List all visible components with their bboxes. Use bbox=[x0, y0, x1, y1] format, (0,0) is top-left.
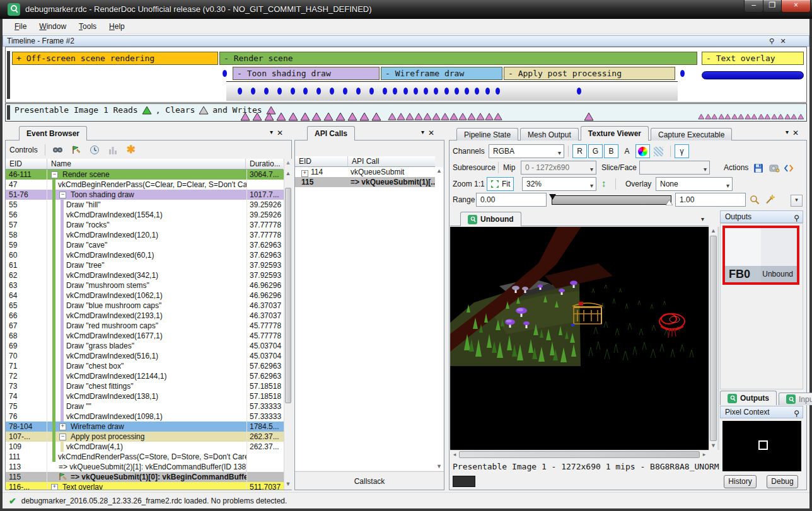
event-row-73[interactable]: 73Draw "chest fittings"57.18518 bbox=[6, 381, 284, 391]
range-slider-bar[interactable] bbox=[552, 195, 671, 205]
texture-display[interactable] bbox=[450, 227, 709, 450]
event-row-113[interactable]: 113=> vkQueueSubmit(2)[1]: vkEndCommandB… bbox=[6, 462, 284, 472]
event-dot[interactable] bbox=[330, 88, 334, 95]
event-dot[interactable] bbox=[475, 88, 479, 95]
event-dot[interactable] bbox=[577, 88, 581, 95]
event-row-74[interactable]: 74vkCmdDrawIndexed(138,1)57.18518 bbox=[6, 391, 284, 401]
menu-window[interactable]: Window bbox=[33, 20, 72, 33]
event-row-47[interactable]: 47vkCmdBeginRenderPass(C=Clear, D=Clear,… bbox=[6, 180, 284, 190]
event-row-70[interactable]: 70vkCmdDrawIndexed(516,1)45.03704 bbox=[6, 351, 284, 361]
scrollbar-thumb[interactable] bbox=[710, 236, 717, 441]
event-row-115[interactable]: 115=> vkQueueSubmit(1)[0]: vkBeginComman… bbox=[6, 472, 284, 482]
expand-icon[interactable]: + bbox=[51, 484, 58, 490]
event-row-67[interactable]: 67Draw "red mushroom caps"45.77778 bbox=[6, 321, 284, 331]
range-white-handle[interactable] bbox=[666, 200, 673, 205]
tab-texture-viewer[interactable]: Texture Viewer bbox=[581, 126, 649, 141]
api-calls-menu-icon[interactable]: ▾ bbox=[421, 129, 424, 137]
timeline-bar-wireframe-draw[interactable]: - Wireframe draw bbox=[381, 67, 502, 80]
splitter[interactable] bbox=[717, 227, 719, 450]
event-row-63[interactable]: 63Draw "mushroom stems"46.96296 bbox=[6, 280, 284, 290]
event-row-57[interactable]: 57Draw "rocks"37.77778 bbox=[6, 220, 284, 230]
api-calls-scrollbar[interactable]: ▲ ▼ bbox=[435, 167, 443, 471]
event-row-109[interactable]: 109vkCmdDraw(4,1)262.37... bbox=[6, 442, 284, 452]
texture-vscrollbar[interactable]: ▲ ▼ bbox=[709, 227, 717, 450]
save-icon[interactable] bbox=[753, 163, 764, 174]
event-row-116-[interactable]: 116-...+Text overlay511.7037 bbox=[6, 482, 284, 490]
timeline-pin-icon[interactable]: ⚲ bbox=[767, 37, 776, 46]
gamma-button[interactable]: γ bbox=[675, 144, 689, 158]
event-row-51-76[interactable]: 51-76−Toon shading draw1017.7... bbox=[6, 190, 284, 200]
menu-tools[interactable]: Tools bbox=[73, 20, 102, 33]
scrollbar-thumb[interactable] bbox=[285, 188, 291, 403]
fb0-thumbnail[interactable]: FB0 Unbound bbox=[722, 226, 799, 285]
right-menu-icon[interactable]: ▾ bbox=[786, 129, 789, 137]
event-dot[interactable] bbox=[383, 88, 387, 95]
right-close-icon[interactable]: ✕ bbox=[792, 129, 799, 137]
event-browser-scrollbar[interactable]: ▲ ▲ ▼ bbox=[284, 159, 292, 490]
range-max-input[interactable]: 1.00 bbox=[675, 193, 746, 207]
event-row-62[interactable]: 62vkCmdDrawIndexed(342,1)37.92593 bbox=[6, 270, 284, 280]
preview-tab-menu-icon[interactable]: ▾ bbox=[701, 215, 704, 222]
menu-help[interactable]: Help bbox=[103, 20, 130, 33]
event-dot[interactable] bbox=[356, 88, 361, 95]
event-dot[interactable] bbox=[277, 88, 282, 95]
event-dot[interactable] bbox=[393, 88, 397, 95]
autofit-wand-icon[interactable] bbox=[764, 193, 775, 205]
range-black-handle[interactable] bbox=[549, 194, 556, 200]
event-row-61[interactable]: 61Draw "tree"37.92593 bbox=[6, 260, 284, 270]
event-dot[interactable] bbox=[434, 88, 438, 95]
event-row-65[interactable]: 65Draw "blue mushroom caps"46.37037 bbox=[6, 301, 284, 311]
event-row-64[interactable]: 64vkCmdDrawIndexed(1062,1)46.96296 bbox=[6, 290, 284, 301]
api-calls-close-icon[interactable]: ✕ bbox=[428, 129, 434, 137]
expand-icon[interactable]: + bbox=[59, 423, 66, 430]
api-row-114[interactable]: +114vkQueueSubmit bbox=[295, 167, 435, 177]
timeline-close-icon[interactable]: ✕ bbox=[779, 37, 787, 46]
event-dot[interactable] bbox=[291, 88, 295, 95]
event-dot[interactable] bbox=[369, 88, 374, 95]
event-dot[interactable] bbox=[264, 88, 269, 95]
open-external-icon[interactable] bbox=[768, 163, 780, 174]
col-eid[interactable]: EID bbox=[295, 156, 348, 166]
col-duration[interactable]: Duratio... bbox=[246, 159, 283, 169]
event-row-56[interactable]: 56vkCmdDrawIndexed(1554,1)39.25926 bbox=[6, 210, 284, 220]
timeline-bar-render-scene[interactable]: - Render scene bbox=[219, 52, 697, 65]
event-dot[interactable] bbox=[465, 88, 469, 95]
tab-capture-executable[interactable]: Capture Executable bbox=[651, 128, 732, 141]
channel-alpha-button[interactable]: A bbox=[620, 144, 634, 158]
event-browser-close-icon[interactable]: ✕ bbox=[277, 129, 283, 137]
tab-api-calls[interactable]: API Calls bbox=[307, 126, 355, 141]
time-events-icon[interactable] bbox=[89, 144, 100, 156]
api-row-115[interactable]: 115=> vkQueueSubmit(1)[... bbox=[295, 177, 435, 187]
event-row-71[interactable]: 71Draw "chest box"57.62963 bbox=[6, 361, 284, 371]
scrollbar-thumb[interactable] bbox=[459, 451, 700, 458]
bookmark-flag-icon[interactable] bbox=[71, 144, 82, 156]
event-dot[interactable] bbox=[414, 88, 418, 95]
tab-outputs[interactable]: Outputs bbox=[720, 391, 777, 405]
sliceface-combo[interactable]: ▾ bbox=[639, 161, 710, 175]
event-dot[interactable] bbox=[444, 88, 449, 95]
bookmark-star-icon[interactable]: ✱ bbox=[125, 144, 137, 156]
expand-icon[interactable]: + bbox=[301, 170, 308, 177]
zoom-combo[interactable]: 32%▾ bbox=[522, 177, 596, 191]
event-row-107-[interactable]: 107-...−Apply post processing262.37... bbox=[6, 432, 284, 442]
mip-combo[interactable]: 0 - 1272x690▾ bbox=[521, 161, 596, 175]
timeline-bar-text-overlay[interactable]: - Text overlay bbox=[702, 52, 804, 65]
colorwheel-button[interactable] bbox=[635, 144, 650, 158]
timeline-text-overlay-events-bar[interactable] bbox=[702, 71, 804, 79]
minimize-button[interactable]: – bbox=[744, 0, 763, 13]
channels-combo[interactable]: RGBA▾ bbox=[489, 144, 564, 158]
outputs-pin-icon[interactable]: ⚲ bbox=[794, 212, 799, 224]
code-icon[interactable] bbox=[783, 163, 794, 174]
event-row-58[interactable]: 58vkCmdDrawIndexed(120,1)37.77778 bbox=[6, 230, 284, 240]
pixel-context-pin-icon[interactable]: ⚲ bbox=[794, 408, 799, 419]
zoom-range-icon[interactable] bbox=[749, 194, 760, 205]
event-dot[interactable] bbox=[238, 88, 242, 95]
tab-unbound-texture[interactable]: Unbound bbox=[460, 212, 521, 226]
overlay-combo[interactable]: None▾ bbox=[656, 177, 733, 191]
pixel-context-view[interactable] bbox=[722, 421, 801, 471]
event-row-46-111[interactable]: 46-111−Render scene3064.7... bbox=[6, 169, 284, 180]
zoom-1to1-button[interactable]: 1:1 bbox=[474, 177, 485, 191]
event-row-59[interactable]: 59Draw "cave"37.62963 bbox=[6, 240, 284, 250]
event-dot[interactable] bbox=[485, 88, 490, 95]
event-row-68[interactable]: 68vkCmdDrawIndexed(1677,1)45.77778 bbox=[6, 331, 284, 341]
